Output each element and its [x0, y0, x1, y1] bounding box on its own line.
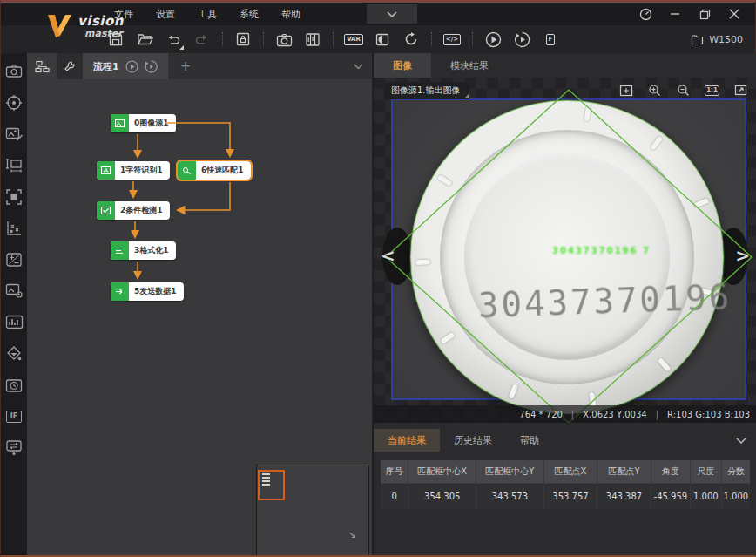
col-angle[interactable]: 角度: [651, 460, 691, 483]
scatter-points-icon[interactable]: [5, 219, 24, 237]
flow-tab-process1[interactable]: 流程1: [83, 53, 168, 79]
flow-list-button[interactable]: [27, 53, 57, 79]
image-viewer[interactable]: 30437370196 7 30437370196 7 图像源1.输出图像: [374, 78, 756, 423]
script-code-button[interactable]: </>: [443, 31, 461, 48]
workspace-folder-icon: [691, 34, 704, 45]
module-list-button[interactable]: [304, 31, 321, 48]
result-collapse-button[interactable]: [736, 438, 756, 444]
focus-region-icon[interactable]: [5, 187, 24, 206]
camera-icon: [276, 32, 293, 47]
flow-minimap[interactable]: ↘: [256, 465, 369, 555]
workspace-indicator[interactable]: W1500: [691, 34, 755, 45]
titlebar-dropdown[interactable]: [367, 4, 417, 24]
calc-score-icon[interactable]: [5, 250, 24, 268]
tool-sidebar: IF: [1, 53, 27, 555]
chevron-down-icon: [736, 438, 746, 444]
performance-gauge-button[interactable]: [633, 5, 658, 23]
run-once-icon: [485, 31, 502, 48]
chevron-down-icon: [387, 11, 397, 17]
image-edit-icon[interactable]: [5, 125, 24, 143]
view-tabs: 图像 模块结果: [374, 53, 756, 78]
add-flow-button[interactable]: +: [168, 58, 204, 74]
viewer-toolbar: 1:1: [618, 84, 748, 97]
result-panel: 图像 模块结果: [374, 53, 756, 555]
close-button[interactable]: [722, 5, 746, 23]
title-bar: vision master 文件 设置 工具 系统 帮助: [1, 3, 755, 25]
image-contrast-button[interactable]: [374, 31, 391, 48]
prev-image-button[interactable]: <: [381, 245, 395, 266]
col-index[interactable]: 序号: [381, 460, 408, 483]
next-image-button[interactable]: >: [735, 245, 750, 266]
flow-tab-chevron[interactable]: [354, 64, 372, 70]
node-send-data[interactable]: 5发送数据1: [111, 282, 184, 301]
image-settings-icon[interactable]: [5, 282, 24, 300]
node-fast-match[interactable]: 6快速匹配1: [178, 161, 251, 180]
color-fill-icon[interactable]: [5, 344, 24, 363]
measure-width-icon[interactable]: [5, 156, 24, 174]
variable-icon: VAR: [344, 34, 363, 45]
data-transfer-icon[interactable]: [5, 438, 24, 457]
tab-module-result[interactable]: 模块结果: [431, 53, 508, 78]
minimap-resize-icon[interactable]: ↘: [348, 529, 356, 540]
menu-tools[interactable]: 工具: [187, 4, 227, 24]
redo-button[interactable]: [193, 31, 211, 48]
send-data-icon: [111, 282, 129, 301]
tab-current-result[interactable]: 当前结果: [374, 429, 440, 452]
col-match-point-y[interactable]: 匹配点Y: [597, 460, 651, 483]
logo-line2: master: [84, 29, 124, 38]
position-target-icon[interactable]: [5, 93, 24, 112]
fullscreen-button[interactable]: [733, 84, 748, 97]
camera-timer-icon[interactable]: [5, 376, 24, 394]
run-flow-continuous-icon[interactable]: [145, 60, 158, 73]
flow-settings-button[interactable]: [57, 53, 83, 79]
node-condition-check[interactable]: 2条件检测1: [97, 201, 170, 220]
tab-history-result[interactable]: 历史结果: [440, 429, 506, 452]
col-match-center-x[interactable]: 匹配框中心X: [408, 460, 476, 483]
ocr-result-overlay: 30437370196 7: [552, 246, 651, 255]
menu-system[interactable]: 系统: [229, 4, 269, 24]
run-once-button[interactable]: [484, 31, 502, 48]
tab-help[interactable]: 帮助: [506, 429, 553, 452]
zoom-in-button[interactable]: [647, 84, 662, 97]
condition-check-icon: [97, 201, 115, 220]
camera-capture-button[interactable]: [275, 31, 293, 48]
node-label: 6快速匹配1: [196, 165, 251, 176]
undo-button[interactable]: [165, 31, 182, 48]
col-scale[interactable]: 尺度: [691, 460, 722, 483]
logo-v-icon: [44, 11, 74, 41]
node-image-source[interactable]: 0图像源1: [111, 114, 176, 132]
col-score[interactable]: 分数: [722, 460, 750, 483]
flow-canvas[interactable]: 0图像源1 1字符识别1 6快速匹配1: [27, 79, 372, 555]
histogram-icon[interactable]: [5, 313, 24, 331]
undo-icon: [165, 32, 181, 46]
tab-image[interactable]: 图像: [374, 53, 431, 78]
run-continuous-button[interactable]: [513, 31, 530, 48]
one-to-one-button[interactable]: 1:1: [705, 84, 719, 97]
save-lock-button[interactable]: [234, 31, 252, 48]
image-source-dropdown[interactable]: 图像源1.输出图像: [384, 82, 469, 99]
if-logic-icon[interactable]: IF: [5, 407, 24, 425]
menu-settings[interactable]: 设置: [145, 4, 186, 24]
save-lock-icon: [235, 31, 251, 47]
restore-button[interactable]: [692, 5, 717, 23]
col-match-center-y[interactable]: 匹配框中心Y: [476, 460, 544, 483]
variable-button[interactable]: VAR: [345, 31, 362, 48]
camera-tool-icon[interactable]: [5, 62, 24, 80]
minimap-viewport[interactable]: [258, 470, 285, 500]
frame-trigger-button[interactable]: F: [542, 31, 559, 48]
bottle-cap-image: 30437370196 7: [410, 100, 724, 414]
table-row[interactable]: 0 354.305 343.573 353.757 343.387 -45.95…: [381, 483, 750, 509]
run-flow-icon[interactable]: [125, 60, 138, 73]
node-format[interactable]: 3格式化1: [111, 241, 176, 260]
fast-match-icon: [178, 161, 196, 180]
gauge-icon: [639, 8, 652, 21]
menu-help[interactable]: 帮助: [271, 4, 311, 24]
minimize-button[interactable]: [663, 5, 687, 23]
col-match-point-x[interactable]: 匹配点X: [544, 460, 598, 483]
fit-view-button[interactable]: [618, 84, 633, 97]
node-char-recognition[interactable]: 1字符识别1: [97, 161, 170, 180]
zoom-out-button[interactable]: [676, 84, 691, 97]
image-source-dropdown-label: 图像源1.输出图像: [391, 85, 461, 97]
restore-icon: [699, 9, 711, 20]
global-refresh-button[interactable]: [402, 31, 420, 48]
